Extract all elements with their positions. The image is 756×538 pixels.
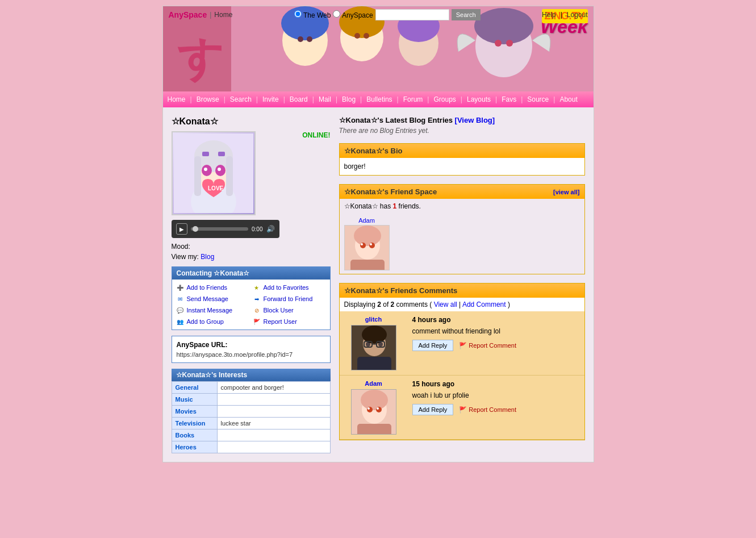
nav-groups[interactable]: Groups xyxy=(429,93,460,106)
commenter-avatar-glitch xyxy=(351,325,396,370)
nav-invite[interactable]: Invite xyxy=(258,93,283,106)
block-user[interactable]: ⊘ Block User xyxy=(252,306,327,315)
comment-user-col-adam: Adam xyxy=(340,376,408,439)
audio-player: ▶ 0:00 🔊 xyxy=(172,220,279,238)
forward-label: Forward to Friend xyxy=(264,295,313,302)
progress-dot xyxy=(193,226,198,232)
nav-blog[interactable]: Blog xyxy=(337,93,360,106)
bio-content: borger! xyxy=(340,158,584,175)
nav-favs[interactable]: Favs xyxy=(497,93,521,106)
cat-heroes: Heroes xyxy=(172,441,217,453)
comment-row: glitch xyxy=(340,311,584,376)
blog-title: ☆Konata☆'s Latest Blog Entries [View Blo… xyxy=(339,116,585,124)
blog-link[interactable]: Blog xyxy=(201,253,214,261)
radio-web[interactable] xyxy=(294,10,302,18)
svg-point-11 xyxy=(354,33,360,39)
time-display: 0:00 xyxy=(252,226,262,232)
svg-point-36 xyxy=(370,243,372,245)
block-label: Block User xyxy=(264,307,294,314)
commenter-link-adam[interactable]: Adam xyxy=(365,380,382,387)
profile-name: ☆Konata☆ xyxy=(172,116,331,127)
nav-forum[interactable]: Forum xyxy=(399,93,428,106)
val-music xyxy=(217,394,330,406)
blog-section: ☆Konata☆'s Latest Blog Entries [View Blo… xyxy=(339,116,585,135)
add-to-favorites[interactable]: ★ Add to Favorites xyxy=(252,283,327,292)
friend-pic-adam[interactable] xyxy=(344,225,390,270)
svg-point-28 xyxy=(218,168,221,171)
svg-point-9 xyxy=(298,36,303,42)
svg-point-32 xyxy=(354,226,381,246)
add-reply-button-adam[interactable]: Add Reply xyxy=(412,404,454,415)
friend-link-adam[interactable]: Adam xyxy=(358,217,375,224)
svg-point-35 xyxy=(361,243,363,245)
report-comment-icon: 🚩 xyxy=(459,342,467,349)
nav-bulletins[interactable]: Bulletins xyxy=(362,93,396,106)
volume-icon[interactable]: 🔊 xyxy=(266,225,275,233)
table-row: Television luckee star xyxy=(172,418,330,429)
no-blog-text: There are no Blog Entries yet. xyxy=(339,127,585,135)
forward-to-friend[interactable]: ➡ Forward to Friend xyxy=(252,294,327,303)
nav-mail[interactable]: Mail xyxy=(314,93,336,106)
bio-header: ☆Konata☆'s Bio xyxy=(340,144,584,158)
cat-music: Music xyxy=(172,394,217,406)
site-logo[interactable]: AnySpace xyxy=(169,10,207,19)
add-favorites-icon: ★ xyxy=(252,283,261,292)
instant-message[interactable]: 💬 Instant Message xyxy=(176,306,250,315)
viewmy-line: View my: Blog xyxy=(172,253,331,261)
nav-browse[interactable]: Browse xyxy=(192,93,224,106)
comments-section: ☆Konata☆'s Friends Comments Displaying 2… xyxy=(339,283,585,440)
nav-source[interactable]: Source xyxy=(523,93,553,106)
svg-point-12 xyxy=(364,33,369,39)
commenter-link-glitch[interactable]: glitch xyxy=(365,316,382,323)
report-comment-link-glitch[interactable]: 🚩 Report Comment xyxy=(459,342,516,349)
nav-board[interactable]: Board xyxy=(285,93,312,106)
svg-point-53 xyxy=(377,407,379,410)
add-to-group[interactable]: 👥 Add to Group xyxy=(176,317,250,326)
svg-point-44 xyxy=(366,342,370,347)
radio-anyspace[interactable] xyxy=(333,10,340,18)
help-link[interactable]: Help xyxy=(542,11,556,19)
table-row: Music xyxy=(172,394,330,406)
url-value[interactable]: https://anyspace.3to.moe/profile.php?id=… xyxy=(177,351,325,358)
interests-box: ☆Konata☆'s Interests General compooter a… xyxy=(172,369,331,453)
report-user[interactable]: 🚩 Report User xyxy=(252,317,327,326)
add-to-friends[interactable]: ➕ Add to Friends xyxy=(176,283,250,292)
val-movies xyxy=(217,406,330,418)
nav-about[interactable]: About xyxy=(555,93,582,106)
view-blog-link[interactable]: [View Blog] xyxy=(455,116,495,124)
comment-row: Adam xyxy=(340,376,584,440)
nav-search[interactable]: Search xyxy=(225,93,256,106)
group-label: Add to Group xyxy=(187,318,224,325)
progress-bar[interactable] xyxy=(191,227,249,231)
add-friends-label: Add to Friends xyxy=(187,284,228,291)
table-row: General compooter and borger! xyxy=(172,382,330,394)
search-button[interactable]: Search xyxy=(452,9,481,20)
friend-grid: Adam xyxy=(340,214,584,274)
home-top-link[interactable]: Home xyxy=(214,11,232,19)
url-box: AnySpace URL: https://anyspace.3to.moe/p… xyxy=(172,336,331,363)
logout-link[interactable]: Logout xyxy=(567,11,588,19)
view-all-friends-link[interactable]: [view all] xyxy=(553,189,579,195)
report-label: Report User xyxy=(264,318,297,325)
svg-rect-22 xyxy=(226,156,233,196)
send-message[interactable]: ✉ Send Message xyxy=(176,294,250,303)
comment-time-glitch: 4 hours ago xyxy=(412,316,580,324)
online-status: ONLINE! xyxy=(302,131,330,139)
contact-box: Contacting ☆Konata☆ ➕ Add to Friends ★ A… xyxy=(172,266,331,330)
svg-point-33 xyxy=(360,243,366,248)
svg-point-27 xyxy=(204,168,207,171)
send-message-label: Send Message xyxy=(187,295,228,302)
view-all-comments-link[interactable]: View all xyxy=(434,301,457,308)
comments-display-line: Displaying 2 of 2 comments ( View all | … xyxy=(340,298,584,311)
report-comment-link-adam[interactable]: 🚩 Report Comment xyxy=(459,406,516,414)
play-button[interactable]: ▶ xyxy=(176,223,187,235)
nav-layouts[interactable]: Layouts xyxy=(462,93,495,106)
nav-home[interactable]: Home xyxy=(163,93,190,106)
friends-section: ☆Konata☆'s Friend Space [view all] ☆Kona… xyxy=(339,184,585,274)
svg-point-52 xyxy=(367,407,370,410)
add-reply-button-glitch[interactable]: Add Reply xyxy=(412,340,454,351)
search-input[interactable] xyxy=(375,9,449,20)
add-comment-link[interactable]: Add Comment xyxy=(462,301,506,308)
interests-header: ☆Konata☆'s Interests xyxy=(172,369,331,381)
main-nav: Home | Browse | Search | Invite | Board … xyxy=(163,91,594,107)
